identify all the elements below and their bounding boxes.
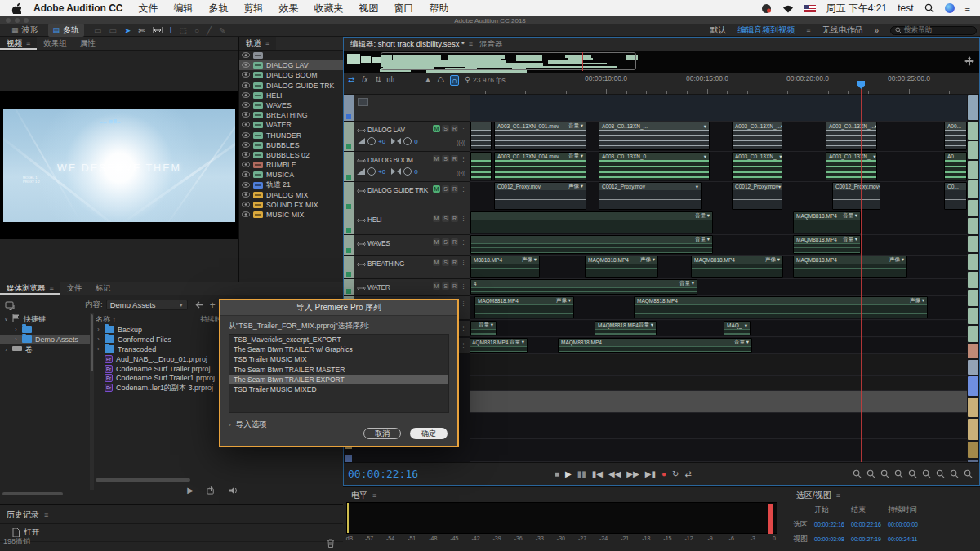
audio-clip[interactable]: A00... bbox=[944, 122, 967, 150]
audio-clip[interactable]: 音量 ▾ bbox=[470, 211, 713, 233]
track-lane[interactable]: A003_C0..13XN_004.mov音量 ▾A003_C0..13XN_0… bbox=[470, 152, 967, 182]
arm-button[interactable]: R bbox=[451, 282, 458, 290]
ok-button[interactable]: 确定 bbox=[410, 428, 448, 439]
clip-badge[interactable]: ▾ bbox=[879, 184, 880, 190]
control-center-icon[interactable]: ≡ bbox=[965, 3, 970, 13]
sequence-item[interactable]: The Seam Btwn TRAILER EXPORT bbox=[229, 375, 448, 384]
track-header-DIALOG BOOM[interactable]: DIALOG BOOMMSR⋮+00((•)) bbox=[354, 152, 470, 182]
media-autoplay-icon[interactable] bbox=[207, 486, 216, 495]
track-lane[interactable]: 音量 ▾MAQM8818.MP4音量 ▾ bbox=[470, 235, 967, 256]
track-list-item[interactable]: DIALOG GUIDE TRK bbox=[239, 81, 343, 91]
loop-button[interactable]: ↻ bbox=[672, 469, 679, 478]
arm-button[interactable]: R bbox=[451, 185, 458, 193]
track-more-icon[interactable]: ⋮ bbox=[460, 155, 467, 162]
audio-clip[interactable]: A003_C0..13XN_..▾ bbox=[826, 152, 877, 180]
track-header-HELI[interactable]: HELIMSR⋮ bbox=[354, 211, 470, 235]
clip-badge[interactable]: 声像 ▾ bbox=[556, 297, 571, 304]
tree-hscrollbar[interactable] bbox=[2, 492, 63, 495]
clip-badge[interactable]: 音量 ▾ bbox=[568, 122, 583, 130]
rewind-button[interactable]: ◀◀ bbox=[608, 469, 621, 478]
pencil-tool-icon[interactable]: ✎ bbox=[219, 26, 225, 35]
panel-menu-icon[interactable]: ≡ bbox=[44, 511, 48, 519]
volume-knob[interactable] bbox=[368, 167, 376, 176]
clip-badge[interactable]: 音量 ▾ bbox=[695, 212, 710, 220]
solo-button[interactable]: S bbox=[442, 259, 449, 266]
media-audio-icon[interactable] bbox=[229, 487, 238, 495]
track-list-item[interactable]: RUMBLE bbox=[239, 160, 343, 170]
clip-badge[interactable]: ▾ bbox=[779, 153, 782, 160]
track-header-WAVES[interactable]: WAVESMSR⋮ bbox=[354, 235, 470, 256]
zoom-icon[interactable] bbox=[936, 467, 945, 482]
zoom-icon[interactable] bbox=[894, 467, 903, 482]
audio-clip[interactable]: 4音量 ▾ bbox=[470, 279, 697, 295]
mute-button[interactable]: M bbox=[433, 155, 440, 162]
wifi-icon[interactable] bbox=[782, 4, 794, 13]
track-list-item[interactable]: WATER bbox=[239, 120, 343, 130]
menu-帮助[interactable]: 帮助 bbox=[430, 2, 449, 14]
clip-badge[interactable]: ▾ bbox=[704, 123, 706, 130]
track-list-item[interactable]: HELI bbox=[239, 91, 343, 100]
tab-mixer[interactable]: 混音器 bbox=[479, 39, 503, 50]
expander-icon[interactable]: › bbox=[3, 347, 9, 353]
eye-icon[interactable] bbox=[242, 82, 250, 90]
clip-badge[interactable]: 音量 ▾ bbox=[568, 153, 583, 160]
audio-clip[interactable]: MAQM8818.MP4声像 ▾ bbox=[634, 296, 928, 318]
mute-button[interactable]: M bbox=[433, 185, 440, 193]
lasso-tool-icon[interactable]: ○ bbox=[194, 26, 199, 35]
audio-clip[interactable]: MAQM8818.MP4音量 ▾ bbox=[558, 338, 752, 353]
clip-badge[interactable]: 声像 ▾ bbox=[765, 256, 780, 264]
marker-pin-icon[interactable]: ⚲ bbox=[465, 75, 470, 84]
track-list-item[interactable]: WAVES bbox=[239, 100, 343, 110]
menu-编辑[interactable]: 编辑 bbox=[174, 2, 194, 14]
fx-icon[interactable]: fx bbox=[362, 75, 368, 84]
clip-badge[interactable]: ▾ bbox=[745, 322, 747, 329]
route-icon[interactable]: ⇅ bbox=[375, 75, 381, 84]
eye-icon[interactable] bbox=[242, 201, 250, 209]
eye-icon[interactable] bbox=[242, 111, 250, 119]
track-more-icon[interactable]: ⋮ bbox=[460, 185, 467, 193]
column-name[interactable]: 名称 ↑ bbox=[96, 314, 200, 325]
track-header-DIALOG GUIDE TRK[interactable]: DIALOG GUIDE TRKMSR⋮ bbox=[354, 182, 470, 211]
eye-icon[interactable] bbox=[242, 161, 250, 169]
audio-clip[interactable]: C0012_Proxy.mov▾ bbox=[599, 182, 702, 210]
solo-button[interactable]: S bbox=[442, 155, 449, 162]
workspace-radio[interactable]: 无线电作品 bbox=[822, 24, 862, 36]
line-tool-icon[interactable]: ╱ bbox=[207, 26, 212, 35]
multitrack-view-button[interactable]: ▤多轨 bbox=[48, 24, 85, 37]
track-list-item[interactable]: 轨道 21 bbox=[239, 180, 343, 189]
menubar-clock[interactable]: 周五 下午4:21 bbox=[826, 2, 888, 16]
waveform-view-button[interactable]: ▦波形 bbox=[7, 24, 43, 37]
panel-menu-icon[interactable]: ≡ bbox=[836, 491, 840, 500]
trash-icon[interactable] bbox=[327, 539, 335, 548]
audio-clip[interactable]: MAQM8818.MP4声像 ▾ bbox=[474, 296, 574, 318]
track-list-item[interactable]: THUNDER bbox=[239, 131, 343, 140]
panel-menu-icon[interactable]: ≡ bbox=[469, 40, 473, 48]
audio-clip[interactable]: 音量 ▾ bbox=[470, 321, 497, 335]
tab-properties[interactable]: 属性 bbox=[74, 37, 102, 50]
audio-clip[interactable]: MAQM8818.MP4声像 ▾ bbox=[793, 256, 907, 278]
arm-button[interactable]: R bbox=[451, 259, 458, 266]
track-more-icon[interactable]: ⋮ bbox=[460, 238, 467, 246]
solo-button[interactable]: S bbox=[442, 238, 449, 246]
audio-clip[interactable]: MAQM8818.MP4声像 ▾ bbox=[691, 256, 783, 278]
expander-icon[interactable]: › bbox=[13, 336, 19, 342]
audio-clip[interactable]: A003_C0..13XN_...▾ bbox=[599, 122, 710, 150]
track-header-video[interactable] bbox=[354, 95, 470, 122]
clip-badge[interactable]: 声像 ▾ bbox=[568, 183, 583, 190]
track-lane[interactable]: 音量 ▾MAQM8818.MP4音量 ▾MAQ_▾ bbox=[470, 321, 967, 337]
selview-value[interactable]: 00:00:24:11 bbox=[888, 536, 924, 542]
expander-icon[interactable]: › bbox=[13, 327, 19, 332]
volume-knob[interactable] bbox=[368, 137, 376, 145]
vertical-zoom-scrollbar[interactable] bbox=[967, 95, 979, 462]
selview-value[interactable]: 00:00:22:16 bbox=[851, 522, 888, 527]
magnet-snap-icon[interactable]: ∩ bbox=[450, 75, 459, 86]
track-list-item[interactable]: BREATHING bbox=[239, 110, 343, 120]
track-lane[interactable]: C0012_Proxy.mov声像 ▾C0012_Proxy.mov▾C0012… bbox=[470, 182, 967, 211]
eye-icon[interactable] bbox=[242, 71, 250, 79]
expander-icon[interactable]: ∨ bbox=[3, 316, 9, 322]
menu-收藏夹[interactable]: 收藏夹 bbox=[314, 2, 344, 14]
back-arrow-icon[interactable] bbox=[194, 301, 203, 309]
track-lane[interactable] bbox=[470, 95, 967, 122]
media-splitter-scrollbar[interactable] bbox=[90, 313, 94, 490]
clip-badge[interactable]: 声像 ▾ bbox=[910, 297, 924, 304]
